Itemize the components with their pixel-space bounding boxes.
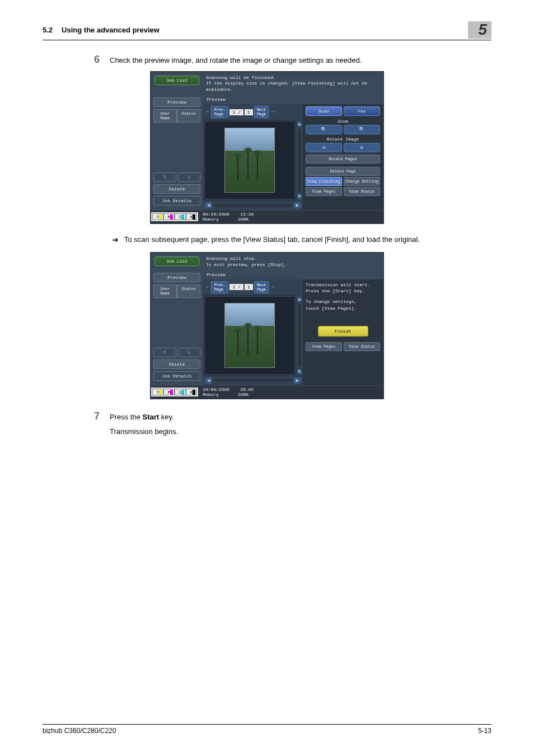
prev-arrow-icon[interactable]: ← [205,284,210,290]
footer-model: bizhub C360/C280/C220 [43,727,116,735]
step-number: 6 [90,54,100,66]
step-6: 6 Check the preview image, and rotate th… [90,54,491,66]
delete-page-button[interactable]: Delete Page [306,167,380,176]
page-number: 1 / [229,109,243,115]
status-text-2: To change settings, touch [View Pages]. [306,298,380,311]
preview-header: Preview [203,270,383,279]
preview-image [204,121,295,199]
fax-tab[interactable]: Fax [344,106,380,116]
prev-page-button[interactable]: Prev. Page [211,281,228,293]
prev-page-button[interactable]: Prev. Page [211,106,228,118]
sub-bullet: ➔ To scan subsequent page, press the [Vi… [112,235,491,244]
preview-button[interactable]: Preview [153,273,200,282]
page-number: 1 / [229,284,243,290]
toner-levels: Y M C K [151,212,198,221]
preview-image [204,296,295,375]
rotate-image-label: Rotate Image [306,137,380,142]
zoom-out-button[interactable]: 🔍 [306,125,342,134]
change-setting-button[interactable]: Change Setting [344,177,380,186]
page-up-button[interactable]: ↑ [153,348,176,357]
page-footer: bizhub C360/C280/C220 5-13 [43,724,491,735]
page-down-button[interactable]: ↓ [178,348,201,357]
rotate-right-button[interactable]: ↻ [344,143,380,152]
screenshot-2: Job List Scanning will stop.To exit prev… [150,252,384,399]
status-tab[interactable]: Status [177,284,200,298]
screenshot-1: Job List Scanning will be finished.If th… [150,71,384,224]
user-name-tab[interactable]: User Name [153,284,177,298]
job-list-button[interactable]: Job List [154,76,199,85]
preview-button[interactable]: Preview [153,97,200,107]
view-finishing-button[interactable]: View Finishing [306,177,342,186]
next-arrow-icon[interactable]: → [270,109,275,115]
page-total: 1 [245,109,253,115]
footer-date: 09/29/2009 13:39 Memory 100% [198,211,258,223]
delete-button[interactable]: Delete [153,184,200,194]
prev-arrow-icon[interactable]: ← [205,109,210,115]
page-total: 1 [245,284,253,290]
job-details-button[interactable]: Job Details [153,371,200,381]
status-tab[interactable]: Status [177,109,200,123]
step-text: Press the Start key. Transmission begins… [110,410,491,437]
vertical-scrollbar[interactable]: ▲▼ [296,120,303,200]
footer-date: 10/08/2008 20:05 Memory 100% [198,386,258,398]
view-pages-button[interactable]: View Pages [306,342,342,351]
zoom-label: Zoom [306,119,380,124]
rotate-left-button[interactable]: ↺ [306,143,342,152]
status-text-1: Transmission will start. Press the [Star… [306,282,380,294]
toner-levels: Y M C K [151,388,198,396]
page-up-button[interactable]: ↑ [153,172,176,182]
chapter-badge: 5 [468,21,491,39]
horizontal-scrollbar[interactable]: ◀▶ [203,200,303,210]
view-pages-button[interactable]: View Pages [306,187,342,196]
arrow-icon: ➔ [112,235,119,244]
section-title: Using the advanced preview [62,26,160,34]
footer-page: 5-13 [478,727,491,735]
bullet-text: To scan subsequent page, press the [View… [124,235,420,244]
next-page-button[interactable]: Next Page [254,106,269,118]
delete-button[interactable]: Delete [153,360,200,369]
next-arrow-icon[interactable]: → [270,284,275,290]
next-page-button[interactable]: Next Page [254,281,269,293]
vertical-scrollbar[interactable]: ▲▼ [296,295,303,376]
status-message: Scanning will stop.To exit preview, pres… [203,253,383,270]
step-text: Check the preview image, and rotate the … [110,54,491,66]
step-number: 7 [90,410,100,422]
user-name-tab[interactable]: User Name [153,109,177,123]
rotate-pages-button[interactable]: Rotate Pages [306,155,380,164]
view-status-button[interactable]: View Status [344,342,380,351]
horizontal-scrollbar[interactable]: ◀▶ [203,376,303,385]
finish-button[interactable]: Finish [318,326,368,337]
status-message: Scanning will be finished.If the display… [203,72,383,95]
preview-header: Preview [203,95,383,104]
page-down-button[interactable]: ↓ [178,172,201,182]
view-status-button[interactable]: View Status [344,187,380,196]
step-7: 7 Press the Start key. Transmission begi… [90,410,491,437]
job-details-button[interactable]: Job Details [153,196,200,206]
section-number: 5.2 [43,26,53,34]
page-header: 5.2 Using the advanced preview 5 [43,21,491,40]
job-list-button[interactable]: Job List [154,256,199,266]
scan-tab[interactable]: Scan [306,106,342,116]
zoom-in-button[interactable]: 🔍 [344,125,380,134]
